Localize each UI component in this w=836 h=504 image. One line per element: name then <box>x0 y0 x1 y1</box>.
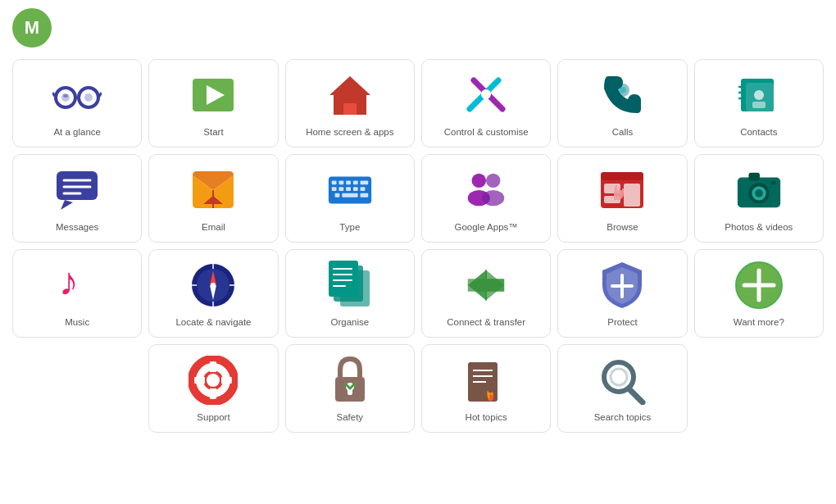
tile-label-browse: Browse <box>607 221 638 234</box>
tile-label-safety: Safety <box>337 411 364 424</box>
svg-rect-21 <box>752 102 766 108</box>
svg-rect-73 <box>329 261 358 297</box>
svg-point-7 <box>84 93 93 102</box>
fire-doc-icon <box>461 356 511 405</box>
tile-label-connect: Connect & transfer <box>447 316 525 329</box>
tile-home-screen[interactable]: Home screen & apps <box>285 59 415 148</box>
svg-point-17 <box>620 87 626 93</box>
tile-contacts[interactable]: Contacts <box>694 59 824 148</box>
tile-want-more[interactable]: Want more? <box>694 249 824 338</box>
chat-icon <box>52 166 102 215</box>
play-icon <box>189 70 238 120</box>
svg-rect-56 <box>748 172 760 180</box>
phone-icon <box>597 70 647 120</box>
svg-point-87 <box>205 372 221 388</box>
keyboard-icon <box>325 166 375 215</box>
tile-start[interactable]: Start <box>148 59 278 148</box>
tile-messages[interactable]: Messages <box>12 154 142 243</box>
svg-marker-29 <box>61 200 73 210</box>
svg-rect-45 <box>360 193 368 197</box>
svg-rect-12 <box>343 103 357 115</box>
tile-safety[interactable]: Safety <box>285 344 415 433</box>
svg-rect-41 <box>353 187 358 191</box>
svg-point-15 <box>481 89 491 99</box>
svg-point-47 <box>486 174 500 188</box>
svg-rect-37 <box>360 180 368 184</box>
tile-label-calls: Calls <box>612 126 634 138</box>
tile-browse[interactable]: Browse <box>557 154 687 243</box>
svg-rect-60 <box>770 181 775 184</box>
svg-rect-38 <box>332 187 337 191</box>
transfer-icon <box>461 261 511 310</box>
tile-type[interactable]: Type <box>285 154 415 243</box>
svg-marker-79 <box>468 269 505 301</box>
shield-icon <box>597 261 647 310</box>
svg-point-49 <box>482 190 504 206</box>
tile-hot-topics[interactable]: Hot topics <box>421 344 551 433</box>
tile-calls[interactable]: Calls <box>557 59 687 148</box>
svg-rect-51 <box>601 172 643 180</box>
lifebuoy-icon <box>189 356 238 405</box>
tile-connect[interactable]: Connect & transfer <box>421 249 551 338</box>
tile-protect[interactable]: Protect <box>557 249 687 338</box>
tile-label-want-more: Want more? <box>734 316 784 329</box>
tile-google-apps[interactable]: Google Apps™ <box>421 154 551 243</box>
tile-support[interactable]: Support <box>148 344 278 433</box>
svg-text:♪: ♪ <box>59 262 79 303</box>
tile-label-messages: Messages <box>56 221 98 234</box>
tile-label-locate: Locate & navigate <box>175 316 251 329</box>
camera-icon <box>734 166 784 215</box>
svg-line-101 <box>629 388 643 402</box>
tile-photos-videos[interactable]: Photos & videos <box>694 154 824 243</box>
svg-point-59 <box>755 189 763 198</box>
svg-point-20 <box>754 90 764 100</box>
svg-rect-35 <box>346 180 351 184</box>
tile-control[interactable]: Control & customise <box>421 59 551 148</box>
home-icon <box>325 70 375 120</box>
plus-circle-icon <box>734 261 784 310</box>
people-icon <box>461 166 511 215</box>
header: M <box>12 8 824 48</box>
svg-rect-8 <box>63 94 68 98</box>
tile-label-photos-videos: Photos & videos <box>725 221 793 234</box>
svg-text:M: M <box>25 17 39 38</box>
compass-icon <box>189 261 238 310</box>
tile-music[interactable]: ♪ Music <box>12 249 142 338</box>
svg-rect-42 <box>360 187 365 191</box>
svg-point-46 <box>472 174 486 188</box>
tile-label-email: Email <box>202 221 225 234</box>
motorola-logo: M <box>12 8 52 48</box>
svg-rect-39 <box>338 187 343 191</box>
svg-rect-34 <box>338 180 343 184</box>
tile-label-at-a-glance: At a glance <box>53 126 101 138</box>
svg-rect-40 <box>346 187 351 191</box>
tile-label-contacts: Contacts <box>740 126 777 138</box>
contacts-icon <box>734 70 784 120</box>
tile-label-protect: Protect <box>607 316 637 329</box>
tile-label-type: Type <box>339 221 360 234</box>
svg-point-102 <box>611 369 627 385</box>
lock-icon <box>325 356 375 405</box>
tile-label-support: Support <box>197 411 229 424</box>
svg-rect-53 <box>624 184 640 207</box>
tiles-grid: At a glance Start Home screen & apps <box>12 59 824 433</box>
tile-organise[interactable]: Organise <box>285 249 415 338</box>
email-icon <box>189 166 238 215</box>
tile-email[interactable]: Email <box>148 154 278 243</box>
tile-label-control: Control & customise <box>444 126 529 138</box>
tile-label-start: Start <box>203 126 223 138</box>
browse-icon <box>597 166 647 215</box>
glasses-icon <box>52 70 102 120</box>
svg-rect-44 <box>342 193 357 197</box>
svg-rect-36 <box>353 180 358 184</box>
tile-label-search-topics: Search topics <box>594 411 652 424</box>
tile-search-topics[interactable]: Search topics <box>557 344 687 433</box>
svg-rect-43 <box>334 193 339 197</box>
tile-label-hot-topics: Hot topics <box>466 411 507 424</box>
tools-icon <box>461 70 511 120</box>
search-icon <box>597 356 647 405</box>
tile-locate[interactable]: Locate & navigate <box>148 249 278 338</box>
music-icon: ♪ <box>52 261 102 310</box>
tile-at-a-glance[interactable]: At a glance <box>12 59 142 148</box>
tile-label-google-apps: Google Apps™ <box>454 221 517 234</box>
